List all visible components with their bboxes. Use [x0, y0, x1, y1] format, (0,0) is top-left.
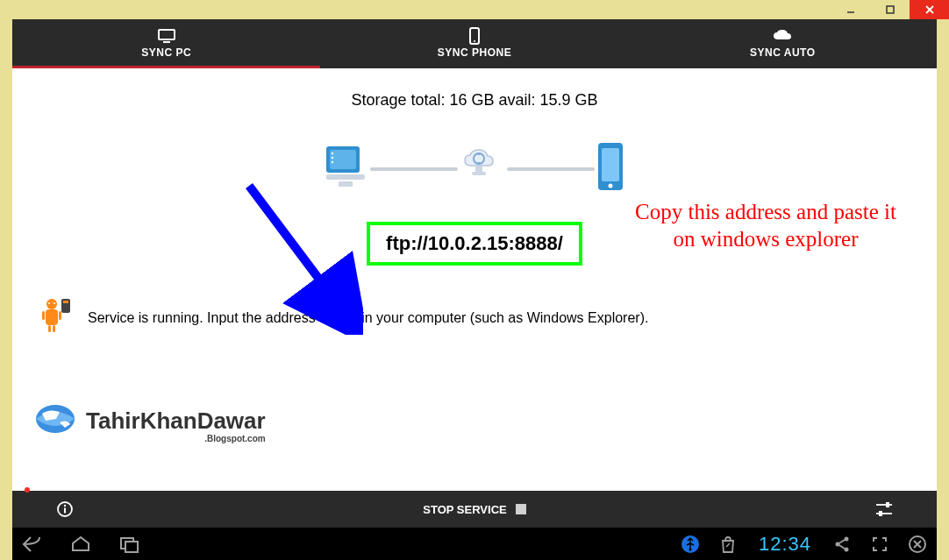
action-bar: STOP SERVICE: [12, 491, 937, 528]
svg-rect-19: [602, 148, 619, 181]
svg-point-14: [332, 161, 333, 163]
main-content: Storage total: 16 GB avail: 15.9 GB: [12, 68, 937, 491]
svg-point-20: [609, 184, 613, 188]
svg-rect-11: [339, 181, 353, 187]
shopping-bag-icon[interactable]: [716, 532, 740, 556]
connection-diagram: [40, 141, 909, 197]
clock[interactable]: 12:34: [753, 533, 817, 556]
cloud-icon: [772, 27, 793, 45]
usb-indicator-icon[interactable]: [678, 532, 703, 556]
tab-sync-phone[interactable]: SYNC PHONE: [320, 19, 628, 68]
tab-bar: SYNC PC SYNC PHONE SYNC AUTO: [12, 19, 937, 68]
svg-point-7: [474, 40, 475, 42]
svg-point-12: [332, 152, 333, 154]
tab-label: SYNC PHONE: [438, 46, 511, 59]
share-icon[interactable]: [830, 532, 854, 556]
status-row: Service is running. Input the address ab…: [40, 297, 909, 339]
window-titlebar: [0, 0, 949, 19]
stop-icon: [516, 504, 526, 514]
cloud-sync-icon: [458, 143, 507, 195]
svg-point-24: [54, 302, 55, 304]
ftp-address-box[interactable]: ftp://10.0.2.15:8888/: [367, 222, 582, 266]
minimize-button[interactable]: [831, 0, 870, 19]
close-button[interactable]: [910, 0, 949, 19]
android-usb-icon: [40, 297, 75, 339]
status-text: Service is running. Input the address ab…: [88, 310, 648, 326]
stop-service-button[interactable]: STOP SERVICE: [118, 503, 831, 516]
recent-apps-button[interactable]: [118, 532, 142, 556]
storage-info: Storage total: 16 GB avail: 15.9 GB: [40, 91, 909, 110]
tab-label: SYNC AUTO: [750, 46, 816, 59]
svg-rect-26: [42, 311, 45, 320]
brand-name-text: TahirKhanDawar: [86, 408, 266, 434]
svg-rect-10: [326, 174, 365, 180]
svg-point-22: [46, 299, 57, 309]
annotation-text: Copy this address and paste it on window…: [630, 198, 902, 253]
svg-rect-25: [46, 309, 58, 325]
tab-label: SYNC PC: [141, 46, 191, 59]
svg-rect-41: [125, 542, 138, 552]
svg-point-23: [48, 302, 50, 304]
home-button[interactable]: [68, 532, 93, 556]
phone-icon: [468, 27, 481, 45]
tab-sync-auto[interactable]: SYNC AUTO: [629, 19, 937, 68]
svg-rect-1: [887, 6, 894, 13]
svg-line-47: [839, 540, 846, 543]
svg-point-13: [332, 157, 333, 159]
svg-rect-28: [48, 325, 51, 332]
record-indicator: [25, 487, 30, 493]
svg-rect-9: [330, 150, 356, 169]
stop-service-label: STOP SERVICE: [423, 503, 506, 516]
mobile-icon: [595, 141, 628, 197]
svg-rect-39: [879, 511, 882, 516]
computer-icon: [321, 143, 370, 195]
fullscreen-icon[interactable]: [867, 532, 892, 556]
brand-watermark: TahirKhanDawar .Blogspot.com: [33, 400, 266, 442]
svg-rect-4: [159, 30, 175, 39]
svg-point-43: [689, 548, 691, 550]
settings-button[interactable]: [831, 500, 937, 518]
svg-rect-37: [886, 502, 889, 507]
svg-point-34: [64, 505, 66, 507]
maximize-button[interactable]: [870, 0, 910, 19]
brand-name: TahirKhanDawar .Blogspot.com: [86, 408, 266, 435]
svg-rect-35: [64, 508, 66, 514]
svg-rect-29: [53, 325, 55, 332]
connection-line: [507, 167, 595, 171]
svg-rect-27: [59, 311, 61, 320]
back-button[interactable]: [19, 532, 44, 556]
globe-icon: [33, 400, 77, 442]
close-circle-icon[interactable]: [905, 532, 930, 556]
svg-line-48: [839, 545, 846, 549]
info-button[interactable]: [12, 500, 118, 518]
app-frame: SYNC PC SYNC PHONE SYNC AUTO Storage tot…: [12, 19, 937, 528]
android-navbar: 12:34: [12, 528, 937, 560]
monitor-icon: [157, 27, 176, 45]
brand-subtext: .Blogspot.com: [204, 434, 265, 443]
svg-rect-16: [475, 167, 482, 172]
tab-sync-pc[interactable]: SYNC PC: [12, 19, 320, 68]
svg-rect-31: [63, 301, 68, 303]
connection-line: [370, 167, 458, 171]
svg-rect-17: [472, 172, 486, 175]
